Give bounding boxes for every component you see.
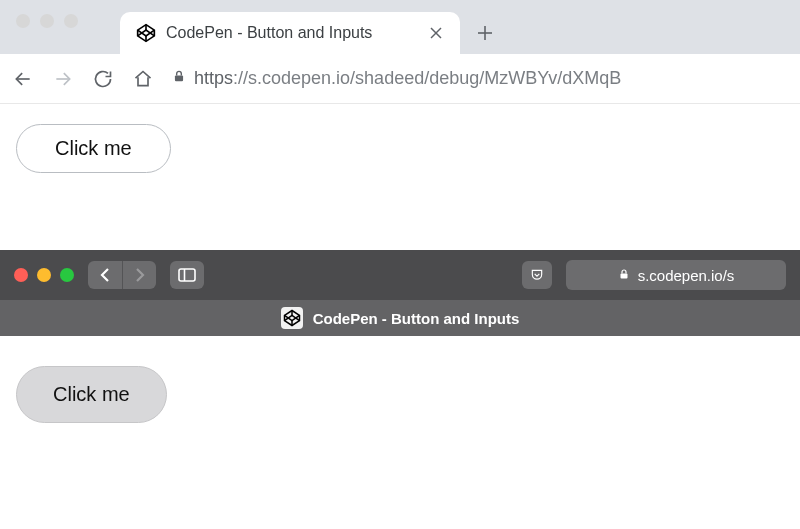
url-text: https://s.codepen.io/shadeed/debug/MzWBY… <box>194 68 621 89</box>
traffic-zoom-icon[interactable] <box>64 14 78 28</box>
browser-tab[interactable]: CodePen - Button and Inputs <box>120 12 460 54</box>
codepen-icon <box>136 23 156 43</box>
tab-title: CodePen - Button and Inputs <box>166 24 418 42</box>
forward-button[interactable] <box>52 68 74 90</box>
traffic-minimize-icon[interactable] <box>40 14 54 28</box>
traffic-lights <box>14 268 74 282</box>
svg-rect-10 <box>179 269 195 281</box>
svg-rect-12 <box>620 273 627 278</box>
nav-segment <box>88 261 156 289</box>
traffic-zoom-icon[interactable] <box>60 268 74 282</box>
new-tab-button[interactable] <box>468 16 502 50</box>
traffic-close-icon[interactable] <box>16 14 30 28</box>
address-bar[interactable]: https://s.codepen.io/shadeed/debug/MzWBY… <box>172 68 788 89</box>
click-me-button[interactable]: Click me <box>16 124 171 173</box>
address-bar[interactable]: s.codepen.io/s <box>566 260 786 290</box>
traffic-close-icon[interactable] <box>14 268 28 282</box>
chrome-window: CodePen - Button and Inputs https://s.co… <box>0 0 800 222</box>
lock-icon <box>172 68 186 89</box>
sidebar-button[interactable] <box>170 261 204 289</box>
chrome-tab-strip: CodePen - Button and Inputs <box>0 0 800 54</box>
back-button[interactable] <box>88 261 122 289</box>
safari-window: s.codepen.io/s CodePen - Button and Inpu… <box>0 250 800 486</box>
click-me-button[interactable]: Click me <box>16 366 167 423</box>
pocket-icon[interactable] <box>522 261 552 289</box>
close-icon[interactable] <box>428 25 444 41</box>
url-text: s.codepen.io/s <box>638 267 735 284</box>
traffic-lights <box>16 14 78 28</box>
reload-button[interactable] <box>92 68 114 90</box>
home-button[interactable] <box>132 68 154 90</box>
traffic-minimize-icon[interactable] <box>37 268 51 282</box>
back-button[interactable] <box>12 68 34 90</box>
chrome-page-content: Click me <box>0 104 800 222</box>
chrome-toolbar: https://s.codepen.io/shadeed/debug/MzWBY… <box>0 54 800 104</box>
lock-icon <box>618 267 630 284</box>
codepen-icon <box>281 307 303 329</box>
safari-tab-title-bar: CodePen - Button and Inputs <box>0 300 800 336</box>
safari-tab-title: CodePen - Button and Inputs <box>313 310 520 327</box>
svg-rect-9 <box>175 75 183 81</box>
safari-toolbar: s.codepen.io/s <box>0 250 800 300</box>
forward-button[interactable] <box>122 261 156 289</box>
safari-page-content: Click me <box>0 336 800 486</box>
